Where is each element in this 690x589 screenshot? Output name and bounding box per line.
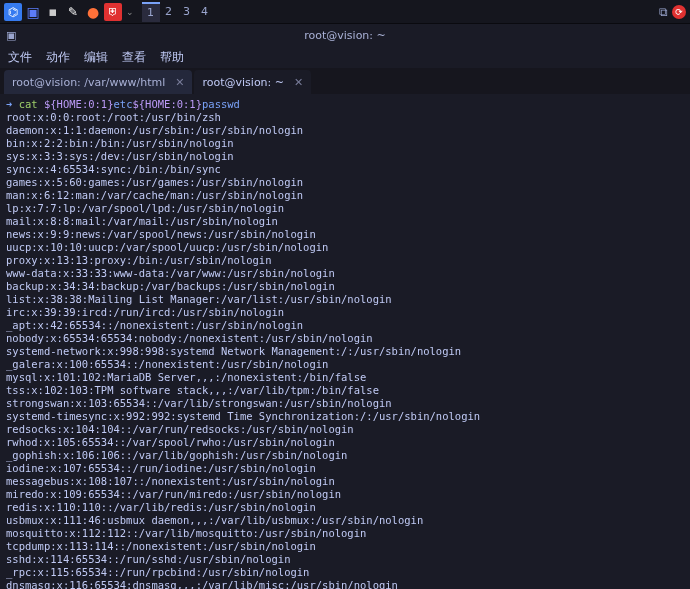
terminal-output[interactable]: ➜ cat ${HOME:0:1}etc${HOME:0:1}passwd ro… <box>0 94 690 589</box>
prompt-cmd: cat <box>19 98 38 110</box>
terminal-lines: root:x:0:0:root:/root:/usr/bin/zsh daemo… <box>6 111 684 589</box>
menubar: 文件 动作 编辑 查看 帮助 <box>0 46 690 68</box>
taskbar: ⌬ ▣ ▪ ✎ ● ⛨ ⌄ 1 2 3 4 ⧉ ⟳ <box>0 0 690 24</box>
prompt-arrow: ➜ <box>6 98 12 110</box>
window-menu-icon[interactable]: ▣ <box>6 29 16 42</box>
tab-bar: root@vision: /var/www/html ✕ root@vision… <box>0 68 690 94</box>
menu-file[interactable]: 文件 <box>8 49 32 66</box>
workspace-1[interactable]: 1 <box>142 2 160 22</box>
menu-edit[interactable]: 编辑 <box>84 49 108 66</box>
close-icon[interactable]: ✕ <box>294 76 303 89</box>
menu-actions[interactable]: 动作 <box>46 49 70 66</box>
file-manager-icon[interactable]: ▣ <box>24 3 42 21</box>
close-icon[interactable]: ✕ <box>175 76 184 89</box>
window-title: root@vision: ~ <box>304 29 386 42</box>
tab-label: root@vision: ~ <box>202 76 284 89</box>
expand-icon[interactable]: ⌄ <box>124 7 134 17</box>
prompt-mid: etc <box>114 98 133 110</box>
workspace-4[interactable]: 4 <box>196 2 214 22</box>
prompt-file: passwd <box>202 98 240 110</box>
menu-view[interactable]: 查看 <box>122 49 146 66</box>
terminal-icon[interactable]: ▪ <box>44 3 62 21</box>
security-icon[interactable]: ⛨ <box>104 3 122 21</box>
editor-icon[interactable]: ✎ <box>64 3 82 21</box>
window-list-icon[interactable]: ⧉ <box>659 5 668 19</box>
workspace-switcher: 1 2 3 4 <box>142 2 214 22</box>
update-icon[interactable]: ⟳ <box>672 5 686 19</box>
workspace-3[interactable]: 3 <box>178 2 196 22</box>
system-tray: ⧉ ⟳ <box>659 5 686 19</box>
workspace-2[interactable]: 2 <box>160 2 178 22</box>
tab-label: root@vision: /var/www/html <box>12 76 165 89</box>
kali-menu-icon[interactable]: ⌬ <box>4 3 22 21</box>
terminal-tab-1[interactable]: root@vision: ~ ✕ <box>194 70 311 94</box>
menu-help[interactable]: 帮助 <box>160 49 184 66</box>
window-titlebar: ▣ root@vision: ~ <box>0 24 690 46</box>
terminal-tab-0[interactable]: root@vision: /var/www/html ✕ <box>4 70 192 94</box>
firefox-icon[interactable]: ● <box>84 3 102 21</box>
prompt-var1: ${HOME:0:1} <box>44 98 114 110</box>
prompt-var2: ${HOME:0:1} <box>132 98 202 110</box>
